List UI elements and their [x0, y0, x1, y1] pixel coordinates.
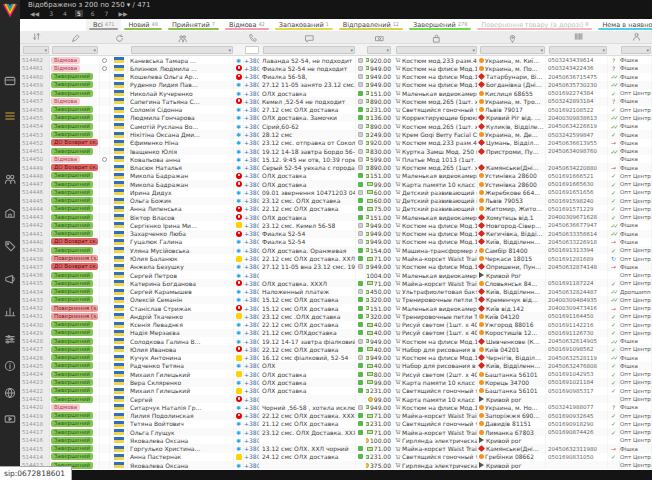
order-row[interactable]: 514450ВідмоваКовальова анна✱+380…15.12. … [20, 155, 652, 163]
order-row[interactable]: 514421ЗавершенийСергей+380…99.00Карта па… [20, 395, 652, 403]
sliders-icon[interactable] [4, 333, 16, 345]
order-row[interactable]: 514451ЗавершенийІващенко Юлія✱+380…19.12… [20, 147, 652, 155]
order-row[interactable]: 514449ДО Возврат ск…Власюк Наталья✱+380…… [20, 163, 652, 171]
customer-phone[interactable]: +380… [244, 378, 260, 386]
filter-id-select[interactable]: ▾ [23, 46, 49, 54]
customer-phone[interactable]: +380… [244, 147, 260, 155]
order-row[interactable]: 514433ЗавершенийОлексій Семанін✱+380…15.… [20, 296, 652, 304]
customer-phone[interactable]: +380… [244, 387, 260, 395]
filter-product-select[interactable]: ▾ [396, 46, 477, 54]
order-row[interactable]: 514448ЗавершенийМикола Бадражан+380…ОЛХ … [20, 172, 652, 180]
column-header-flag[interactable] [110, 31, 128, 43]
order-row[interactable]: 514432Повернення (з…Станіслав Стрижак+38… [20, 304, 652, 312]
pager-page-5[interactable]: 5 [75, 10, 83, 17]
order-row[interactable]: 514437ДО Возврат ск…Анжела Безушку✱+380…… [20, 263, 652, 271]
tab-8[interactable]: Нема в наявності1 [595, 19, 652, 31]
customer-phone[interactable]: +380… [244, 411, 260, 419]
order-row[interactable]: 514415ЗавершенийГоргулько Христина…✱+380… [20, 444, 652, 452]
customer-phone[interactable]: +380… [244, 461, 260, 469]
customer-phone[interactable]: +380… [244, 197, 260, 205]
filter-address-select[interactable]: ▾ [480, 46, 545, 54]
customer-phone[interactable]: +380… [244, 254, 260, 262]
order-row[interactable]: 514462ВідмоваКаневська Тамара …✱+380…Лав… [20, 56, 652, 64]
customer-phone[interactable]: +380… [244, 345, 260, 353]
order-row[interactable]: 514436ЗавершенийСергей Петров✱+380…1004.… [20, 271, 652, 279]
order-row[interactable]: 514453ЗавершенийНікітіна Оксана Дми…✱+38… [20, 130, 652, 138]
order-row[interactable]: 514425ЗавершенийРадченко Тетяна✱+380…ОЛХ… [20, 362, 652, 370]
filter-phone-input[interactable] [245, 46, 259, 54]
customer-phone[interactable]: +380… [244, 329, 260, 337]
app-logo-icon[interactable] [1, 1, 19, 19]
info-icon[interactable] [4, 360, 16, 372]
order-row[interactable]: 514435ЗавершенийКатерина Богданова+380…О… [20, 279, 652, 287]
pager-page-3[interactable]: 3 [47, 10, 55, 17]
customer-phone[interactable]: +380… [244, 163, 260, 171]
order-row[interactable]: 514442ЗавершенийСергієнко Ірина Ми…+380…… [20, 221, 652, 229]
order-row[interactable]: 514416ЗавершенийЯковалева Оксана✱+380…10… [20, 436, 652, 444]
pager-first-button[interactable]: ◀◀ [28, 10, 41, 17]
customer-phone[interactable]: +380… [244, 287, 260, 295]
column-header-client[interactable] [620, 31, 652, 43]
customer-phone[interactable]: +380… [244, 279, 260, 287]
customer-phone[interactable]: +380… [244, 444, 260, 452]
customer-phone[interactable]: +380… [244, 73, 260, 81]
order-row[interactable]: 514439ЗавершенийУляна Мусійовська✱+380…О… [20, 246, 652, 254]
column-header-price[interactable] [366, 31, 394, 43]
column-header-product[interactable] [394, 31, 478, 43]
order-row[interactable]: 514428ЗавершенийСолодкова Галина В…✱+380… [20, 337, 652, 345]
order-row[interactable]: 514419ЗавершенийЛилия Подолинская+380…22… [20, 411, 652, 419]
customer-phone[interactable]: +380… [244, 155, 260, 163]
dashboard-icon[interactable] [4, 75, 16, 87]
order-row[interactable]: 514460ЗавершенийКошелева Ольга Ар…+380…Ф… [20, 73, 652, 81]
order-row[interactable]: 514418ЗавершенийТетяна Войтович✱+380…21.… [20, 420, 652, 428]
order-row[interactable]: 514456ЗавершенийСоломія Сідонна✱+380…27.… [20, 106, 652, 114]
order-row[interactable]: 514420ВідмоваСитарчук Наталія Гр…✱+380…Ч… [20, 403, 652, 411]
order-row[interactable]: 514458ЗавершенийНиколай Кучеренко✱+380…О… [20, 89, 652, 97]
order-row[interactable]: 514417ЗавершенийОльга Глущук✱+380…23.12 … [20, 428, 652, 436]
customer-phone[interactable]: +380… [244, 370, 260, 378]
tab-2[interactable]: Прийнятий7 [165, 19, 222, 31]
order-row[interactable]: 514440ДО Возврат ск…Гуцалюк Галина✱+380…… [20, 238, 652, 246]
customer-phone[interactable]: +380… [244, 428, 260, 436]
filter-status-select[interactable]: ▾ [52, 46, 98, 54]
order-row[interactable]: 514438Повернення (з…Юлия Баланюк+380…22.… [20, 254, 652, 262]
pager-page-7[interactable]: 7 [103, 10, 111, 17]
customer-phone[interactable]: +380… [244, 263, 260, 271]
order-row[interactable]: 514414ЗавершенийАнна Пастернак+380…24.12… [20, 453, 652, 461]
announce-icon[interactable] [4, 273, 16, 285]
filter-comment-select[interactable]: ▾ [263, 46, 355, 54]
tab-7[interactable]: Повернення товару (в дорозі)0 [474, 19, 595, 31]
filter-name-select[interactable]: ▾ [131, 46, 233, 54]
warehouse-icon[interactable] [4, 207, 16, 219]
customer-phone[interactable]: +380… [244, 395, 260, 403]
order-row[interactable]: 514429ЗавершенийНадія Мерзаєва✱+380…21.1… [20, 329, 652, 337]
order-row[interactable]: 514444ЗавершенийАнна Липенська+380…22.12… [20, 205, 652, 213]
column-header-phone[interactable] [244, 31, 260, 43]
customer-phone[interactable]: +380… [244, 172, 260, 180]
customer-phone[interactable]: +380… [244, 213, 260, 221]
clients-icon[interactable] [4, 173, 16, 185]
orders-icon[interactable] [4, 110, 16, 122]
column-header-id[interactable] [20, 31, 50, 43]
customer-phone[interactable]: +380… [244, 89, 260, 97]
showing-range[interactable]: Відображено з 200 по 250 ▾ / 471 [28, 1, 151, 9]
customer-phone[interactable]: +380… [244, 420, 260, 428]
order-row[interactable]: 514459ЗавершенийРуденко Лидия Пав…✱+380…… [20, 81, 652, 89]
order-row[interactable]: 514424ЗавершенийМихаил Гилецький+380…ОЛХ… [20, 370, 652, 378]
customer-phone[interactable]: +380… [244, 64, 260, 72]
customer-phone[interactable]: +380… [244, 221, 260, 229]
order-row[interactable]: 514454ЗавершенийСамотій Руслана Во…✱+380… [20, 122, 652, 130]
customer-phone[interactable]: +380… [244, 130, 260, 138]
customer-phone[interactable]: +380… [244, 81, 260, 89]
customer-phone[interactable]: +380… [244, 403, 260, 411]
customer-phone[interactable]: +380… [244, 453, 260, 461]
order-row[interactable]: 514434ЗавершенийСергей Карамышев✱+380…На… [20, 287, 652, 295]
customer-phone[interactable]: +380… [244, 354, 260, 362]
customer-phone[interactable]: +380… [244, 436, 260, 444]
filter-client-select[interactable]: ▾ [621, 46, 651, 54]
customer-phone[interactable]: +380… [244, 362, 260, 370]
customer-phone[interactable]: +380… [244, 97, 260, 105]
customer-phone[interactable]: +380… [244, 106, 260, 114]
order-row[interactable]: 514457ВідмоваСапегина Татьяна С…+380…Кем… [20, 97, 652, 105]
customer-phone[interactable]: +380… [244, 246, 260, 254]
